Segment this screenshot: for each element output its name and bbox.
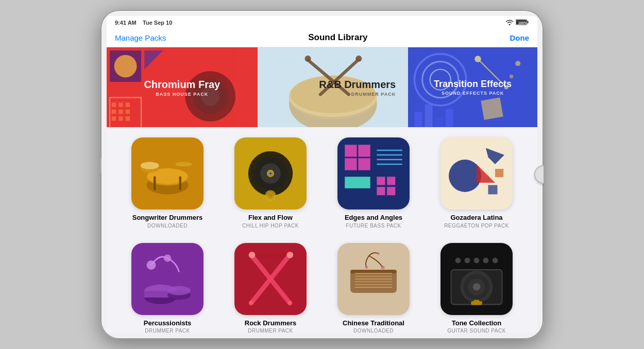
svg-rect-62 [345,145,357,156]
svg-text:100%: 100% [518,21,527,25]
pack-name-flex: Flex and Flow [248,214,293,222]
wifi-icon [505,19,514,26]
status-time: 9:41 AM Tue Sep 10 [115,20,172,26]
svg-rect-73 [377,187,385,195]
svg-point-113 [493,257,498,263]
pack-item-chinese[interactable]: Chinese Traditional DOWNLOADED [328,243,419,333]
featured-item-rnb[interactable]: R&B Drummers DRUMMER PACK [258,47,409,127]
svg-rect-120 [474,300,480,302]
svg-point-27 [355,56,362,62]
manage-packs-button[interactable]: Manage Packs [115,33,166,42]
svg-point-95 [287,301,292,305]
pack-type-percussionists: Drummer Pack [145,328,190,333]
svg-rect-74 [387,187,395,195]
pack-type-tone: Guitar Sound Pack [447,328,506,333]
svg-point-105 [381,265,384,269]
pack-thumb-rock [234,243,307,315]
packs-grid: Songwriter Drummers DOWNLOADED [122,137,522,333]
svg-point-34 [515,61,520,66]
page-title: Sound Library [308,32,367,43]
pack-thumb-edges [337,137,410,210]
svg-rect-70 [345,177,370,188]
svg-point-94 [249,301,253,305]
svg-rect-36 [415,112,422,127]
svg-point-48 [175,162,192,167]
pack-type-flex: Chill Hip Hop Pack [242,223,299,229]
pack-type-edges: Future Bass Pack [346,223,401,229]
pack-thumb-tone [440,243,513,315]
svg-point-77 [449,160,481,192]
pack-thumb-chinese [337,243,410,315]
svg-rect-45 [179,176,182,190]
svg-point-54 [269,172,272,174]
pack-item-flex[interactable]: Flex and Flow Chill Hip Hop Pack [225,137,316,229]
nav-bar: Manage Packs Sound Library Done [107,28,537,47]
pack-item-edges[interactable]: Edges and Angles Future Bass Pack [328,137,419,229]
svg-rect-17 [118,116,123,121]
svg-point-86 [167,286,191,295]
pack-name-edges: Edges and Angles [345,214,402,222]
pack-item-rock[interactable]: Rock Drummers Drummer Pack [225,243,316,333]
svg-rect-63 [358,145,370,156]
svg-marker-19 [144,50,163,69]
svg-rect-15 [126,110,130,114]
svg-point-93 [287,251,294,258]
svg-rect-79 [488,185,498,195]
pack-type-gozadera: Reggaeton Pop Pack [444,223,509,229]
svg-rect-71 [377,177,385,185]
svg-rect-59 [377,145,402,170]
svg-point-47 [141,162,159,169]
done-button[interactable]: Done [510,33,530,42]
svg-point-118 [473,283,480,290]
svg-point-110 [465,257,470,263]
svg-rect-10 [112,102,116,107]
rnb-text: R&B Drummers DRUMMER PACK [315,74,400,101]
pack-item-songwriter[interactable]: Songwriter Drummers DOWNLOADED [122,137,213,229]
pack-name-songwriter: Songwriter Drummers [132,214,203,222]
side-button[interactable] [100,158,101,173]
svg-rect-72 [387,177,395,185]
svg-point-92 [249,251,256,258]
pack-name-tone: Tone Collection [452,319,502,327]
svg-point-26 [304,56,311,62]
svg-point-111 [474,257,480,263]
pack-item-percussionists[interactable]: Percussionists Drummer Pack [122,243,213,333]
packs-grid-scroll: Songwriter Drummers DOWNLOADED [107,127,537,333]
svg-point-112 [483,257,489,263]
svg-rect-65 [358,158,370,170]
pack-name-gozadera: Gozadera Latina [450,214,502,222]
svg-rect-14 [118,110,123,114]
status-bar: 9:41 AM Tue Sep 10 [107,16,537,28]
screen: 9:41 AM Tue Sep 10 [107,16,537,333]
svg-rect-12 [126,102,130,107]
pack-thumb-percussionists [131,243,204,315]
pack-thumb-flex [234,137,307,210]
status-indicators: 100% [505,19,529,26]
svg-point-5 [114,55,137,78]
svg-rect-40 [481,97,503,120]
svg-rect-16 [112,116,116,121]
featured-item-transition[interactable]: Transition Effects SOUND EFFECTS PACK [408,47,537,127]
svg-rect-64 [345,158,357,170]
featured-item-chromium[interactable]: Chromium Fray BASS HOUSE PACK [107,47,258,127]
pack-type-chinese: DOWNLOADED [353,328,394,333]
chromium-text: Chromium Fray BASS HOUSE PACK [140,74,224,101]
pack-thumb-songwriter [131,137,204,210]
svg-rect-13 [112,110,116,114]
pack-type-songwriter: DOWNLOADED [147,223,188,229]
pack-item-tone[interactable]: Tone Collection Guitar Sound Pack [431,243,522,333]
svg-rect-44 [154,176,156,190]
battery-indicator: 100% [516,19,529,26]
pack-name-percussionists: Percussionists [144,319,192,327]
transition-text: Transition Effects SOUND EFFECTS PACK [430,75,516,100]
svg-rect-37 [425,104,433,127]
ipad-frame: 9:41 AM Tue Sep 10 [100,10,544,339]
pack-name-rock: Rock Drummers [245,319,296,327]
pack-item-gozadera[interactable]: Gozadera Latina Reggaeton Pop Pack [431,137,522,229]
featured-banner: Chromium Fray BASS HOUSE PACK [107,47,537,127]
svg-rect-11 [118,102,123,107]
svg-point-106 [365,266,368,268]
pack-name-chinese: Chinese Traditional [343,319,404,327]
pack-thumb-gozadera [440,137,513,210]
svg-point-57 [268,194,272,198]
